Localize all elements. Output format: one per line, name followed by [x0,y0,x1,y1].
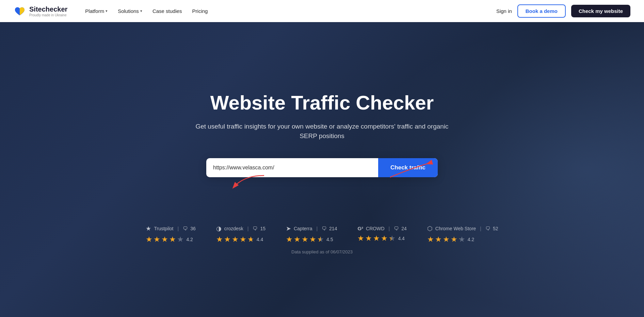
logo-icon [14,5,26,17]
arrow-left-icon [216,172,271,193]
navbar: Sitechecker Proudly made in Ukraine Plat… [0,0,644,22]
comment-icon: 🗨 [322,226,326,231]
g2-count: 24 [401,226,407,231]
g2-icon: G² [357,226,363,231]
hero-subtitle: Get useful traffic insights for your own… [193,122,451,141]
logo-link[interactable]: Sitechecker Proudly made in Ukraine [14,5,67,17]
rating-chrome: ⬡ Chrome Web Store | 🗨 52 ★ ★ ★ ★ ★ 4.2 [427,225,498,244]
crozdesk-icon: ◑ [216,225,222,232]
logo-subtitle: Proudly made in Ukraine [29,13,67,17]
chevron-down-icon: ▾ [140,9,142,13]
hero-section: Website Traffic Checker Get useful traff… [0,22,644,317]
nav-item-case-studies[interactable]: Case studies [148,5,186,17]
book-demo-button[interactable]: Book a demo [517,4,566,18]
capterra-count: 214 [329,226,337,231]
comment-icon: 🗨 [485,226,490,231]
chrome-label: Chrome Web Store [435,226,476,231]
chrome-count: 52 [493,226,498,231]
chrome-icon: ⬡ [427,225,433,232]
capterra-icon: ➤ [286,225,291,232]
hero-title: Website Traffic Checker [210,91,434,114]
nav-item-platform[interactable]: Platform ▾ [81,5,112,17]
g2-label: CROWD [366,226,384,231]
check-my-website-button[interactable]: Check my website [571,5,630,17]
ratings-section: ★ Trustpilot | 🗨 36 ★ ★ ★ ★ ★ 4.2 ◑ croz… [132,225,512,244]
nav-links: Platform ▾ Solutions ▾ Case studies Pric… [81,5,496,17]
rating-capterra: ➤ Capterra | 🗨 214 ★ ★ ★ ★ ★ 4.5 [286,225,337,244]
crozdesk-count: 15 [260,226,265,231]
crozdesk-label: crozdesk [224,226,243,231]
trustpilot-count: 36 [190,226,196,231]
nav-right: Sign in Book a demo Check my website [496,4,630,18]
logo-text: Sitechecker Proudly made in Ukraine [29,5,67,17]
logo-title: Sitechecker [29,5,67,13]
rating-trustpilot: ★ Trustpilot | 🗨 36 ★ ★ ★ ★ ★ 4.2 [146,225,195,244]
data-supplied-text: Data supplied as of 06/07/2023 [291,249,353,254]
nav-item-solutions[interactable]: Solutions ▾ [114,5,146,17]
sign-in-link[interactable]: Sign in [496,8,512,14]
chevron-down-icon: ▾ [106,9,108,13]
arrows-container [206,177,438,204]
capterra-label: Capterra [294,226,312,231]
comment-icon: 🗨 [253,226,257,231]
rating-g2crowd: G² CROWD | 🗨 24 ★ ★ ★ ★ ★ 4.4 [357,226,406,243]
nav-item-pricing[interactable]: Pricing [188,5,212,17]
comment-icon: 🗨 [183,226,188,231]
trustpilot-label: Trustpilot [154,226,173,231]
trustpilot-icon: ★ [146,225,151,232]
arrow-right-icon [383,158,438,179]
rating-crozdesk: ◑ crozdesk | 🗨 15 ★ ★ ★ ★ ★ 4.4 [216,225,265,244]
comment-icon: 🗨 [394,226,399,231]
